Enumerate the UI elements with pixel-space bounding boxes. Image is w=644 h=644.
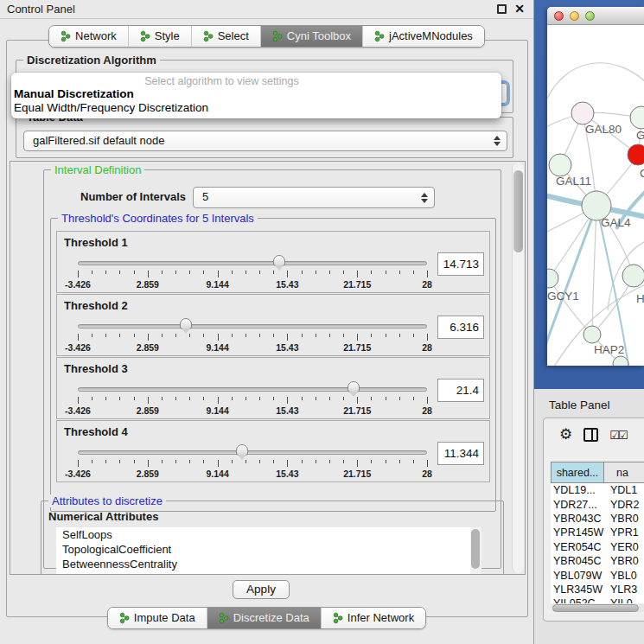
attributes-group: Attributes to discretize Numerical Attri… [41, 501, 504, 575]
list-scrollbar[interactable] [470, 527, 481, 575]
network-icon [219, 612, 229, 624]
table-row[interactable]: YDL19... YDL1 [551, 483, 644, 497]
network-edge[interactable] [592, 206, 596, 335]
network-edge[interactable] [547, 63, 644, 110]
algorithm-popup-placeholder[interactable]: Select algorithm to view settings [11, 73, 501, 87]
network-icon [272, 30, 283, 42]
network-node[interactable] [630, 106, 644, 129]
network-node[interactable] [549, 154, 571, 176]
threshold-value-input[interactable] [437, 442, 484, 465]
threshold-panel: Threshold 3 -3.4262.8599.14415.4321.7152… [56, 357, 490, 419]
table-toolbar: ⚙ ☑☑ [559, 427, 627, 443]
column-header-shared-name[interactable]: shared... [551, 462, 604, 483]
algorithm-option[interactable]: Equal Width/Frequency Discretization [11, 101, 501, 115]
threshold-value-input[interactable] [437, 252, 484, 276]
tab-infer-network[interactable]: Infer Network [321, 608, 425, 628]
attribute-list-item[interactable]: SelfLoops [56, 527, 481, 542]
network-node[interactable] [571, 102, 594, 124]
table-row[interactable]: YIL052C YIL0 [551, 596, 644, 603]
threshold-value-input[interactable] [437, 379, 484, 402]
network-window-titlebar[interactable] [547, 7, 644, 25]
node-label: HAP2 [594, 343, 624, 356]
discretization-algorithm-title: Discretization Algorithm [23, 54, 160, 67]
threshold-slider[interactable]: -3.4262.8599.14415.4321.71528 [78, 379, 427, 418]
network-view-window: GAL80GACGAL11GAL4GCY1HHAP2 [547, 7, 644, 366]
algorithm-popup-options: Manual Discretization Equal Width/Freque… [11, 87, 501, 115]
list-scrollbar-thumb[interactable] [471, 529, 480, 569]
table-row[interactable]: YDR27... YDR2 [551, 497, 644, 511]
horizontal-scrollbar[interactable] [551, 604, 644, 612]
threshold-slider[interactable]: -3.4262.8599.14415.4321.71528 [78, 442, 427, 481]
threshold-slider[interactable]: -3.4262.8599.14415.4321.71528 [78, 252, 427, 292]
threshold-label: Threshold 2 [64, 299, 128, 312]
numerical-attributes-label: Numerical Attributes [48, 510, 158, 523]
table-row[interactable]: YLR345W YLR3 [551, 583, 644, 596]
network-node[interactable] [622, 265, 644, 287]
slider-handle[interactable] [236, 444, 248, 456]
columns-icon[interactable] [583, 428, 598, 442]
tab-style[interactable]: Style [128, 26, 191, 47]
slider-handle[interactable] [180, 318, 192, 329]
column-header-name[interactable]: na [604, 462, 644, 483]
tab-impute-data[interactable]: Impute Data [108, 608, 207, 628]
table-panel-region: Table Panel ⚙ ☑☑ shared... na YDL19... Y… [534, 389, 644, 644]
interval-definition-title: Interval Definition [51, 163, 144, 176]
apply-button[interactable]: Apply [233, 580, 290, 599]
network-canvas[interactable]: GAL80GACGAL11GAL4GCY1HHAP2 [547, 25, 644, 366]
number-of-intervals-value: 5 [202, 190, 208, 203]
tab-select[interactable]: Select [191, 26, 260, 47]
table-body: YDL19... YDL1 YDR27... YDR2 YBR043C YBR0… [551, 483, 644, 603]
node-label: H [636, 292, 644, 305]
tab-discretize-data[interactable]: Discretize Data [207, 608, 321, 628]
slider-track[interactable] [78, 324, 427, 328]
network-icon [61, 30, 71, 42]
attribute-list-item[interactable]: BetweennessCentrality [56, 557, 481, 571]
network-node[interactable] [583, 326, 601, 343]
tab-jactivemnodules[interactable]: jActiveMNodules [362, 26, 484, 47]
slider-handle[interactable] [348, 381, 360, 392]
float-window-icon[interactable] [497, 4, 507, 14]
network-icon [140, 30, 150, 42]
slider-track[interactable] [78, 261, 427, 265]
tab-cyni-toolbox[interactable]: Cyni Toolbox [260, 26, 362, 47]
network-node[interactable] [613, 356, 628, 366]
table-data-value: galFiltered.sif default node [33, 134, 164, 147]
threshold-slider[interactable]: -3.4262.8599.14415.4321.71528 [78, 316, 427, 355]
tab-network[interactable]: Network [49, 26, 128, 47]
checkbox-icons[interactable]: ☑☑ [609, 429, 626, 442]
slider-handle[interactable] [273, 255, 285, 266]
table-row[interactable]: YPR145W YPR1 [551, 526, 644, 539]
table-row[interactable]: YER054C YER0 [551, 540, 644, 554]
threshold-panel: Threshold 2 -3.4262.8599.14415.4321.7152… [56, 294, 490, 356]
network-node[interactable] [547, 269, 558, 288]
control-panel-titlebar[interactable]: Control Panel ✕ [0, 0, 533, 19]
horizontal-scrollbar-thumb[interactable] [552, 604, 639, 612]
table-row[interactable]: YBR043C YBR0 [551, 512, 644, 526]
algorithm-option[interactable]: Manual Discretization [11, 87, 501, 101]
slider-track[interactable] [78, 450, 427, 455]
network-icon [333, 612, 343, 624]
minimize-traffic-light-icon[interactable] [570, 11, 579, 21]
node-label: GA [636, 129, 644, 142]
screen: Control Panel ✕ Network Style Select Cyn… [0, 0, 644, 644]
attribute-list-item[interactable]: TopologicalCoefficient [56, 542, 481, 557]
number-of-intervals-combobox[interactable]: 5 [193, 187, 435, 208]
gear-icon[interactable]: ⚙ [559, 427, 572, 443]
network-node[interactable] [628, 144, 644, 165]
close-traffic-light-icon[interactable] [554, 11, 564, 21]
threshold-value-input[interactable] [437, 316, 484, 339]
panel-scrollbar[interactable] [512, 163, 524, 573]
table-row[interactable]: YBR045C YBR0 [551, 554, 644, 568]
zoom-traffic-light-icon[interactable] [585, 11, 595, 21]
control-panel-window: Control Panel ✕ Network Style Select Cyn… [0, 0, 534, 644]
close-icon[interactable]: ✕ [514, 3, 525, 14]
threshold-label: Threshold 4 [64, 425, 128, 438]
slider-track[interactable] [78, 387, 427, 392]
control-panel-title: Control Panel [7, 3, 75, 16]
table-data-combobox[interactable]: galFiltered.sif default node [23, 131, 507, 151]
algorithm-dropdown-popup: Select algorithm to view settings Manual… [11, 73, 501, 118]
slider-scale: -3.4262.8599.14415.4321.71528 [78, 469, 427, 480]
table-panel-title: Table Panel [549, 399, 610, 411]
table-row[interactable]: YBL079W YBL0 [551, 568, 644, 582]
panel-scrollbar-thumb[interactable] [513, 170, 523, 252]
